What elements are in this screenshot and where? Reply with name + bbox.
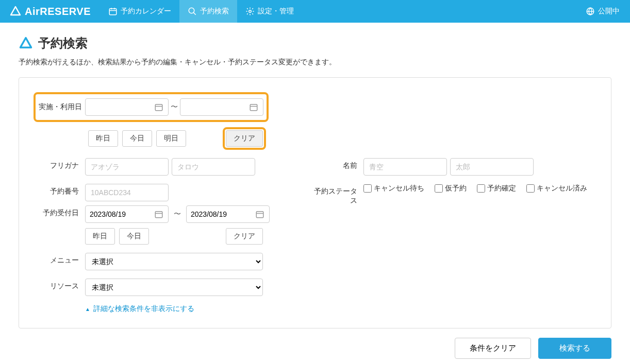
row-resource: リソース 未選択 [34,279,596,296]
nav-search[interactable]: 予約検索 [179,0,237,23]
use-date-from-input[interactable] [90,103,146,111]
svg-point-4 [189,8,194,13]
row-name: 名前 [312,158,596,176]
page-description: 予約検索が行えるほか、検索結果から予約の編集・キャンセル・予約ステータス変更がで… [19,58,611,67]
nav-settings[interactable]: 設定・管理 [237,0,302,23]
svg-rect-0 [109,9,117,15]
row-receipt-date: 予約受付日 〜 昨日 今日 [34,205,596,245]
row-use-date: 実施・利用日 〜 昨日 今日 [34,92,596,150]
menu-select[interactable]: 未選択 [85,253,263,270]
calendar-icon [154,102,164,112]
range-separator: 〜 [169,102,180,112]
receipt-today-button[interactable]: 今日 [119,228,149,245]
receipt-date-to[interactable] [186,205,270,223]
use-date-yesterday-button[interactable]: 昨日 [88,130,118,147]
use-date-tomorrow-button[interactable]: 明日 [156,130,186,147]
search-button[interactable]: 検索する [538,338,611,359]
use-date-clear-button[interactable]: クリア [226,130,263,147]
advanced-toggle-link[interactable]: 詳細な検索条件を非表示にする [85,304,194,314]
search-icon [188,7,197,16]
calendar-icon [108,7,118,16]
furigana-label: フリガナ [34,158,85,170]
use-date-from[interactable] [85,98,169,116]
receipt-date-from-input[interactable] [90,210,146,218]
main-nav: 予約カレンダー 予約検索 設定・管理 [100,0,302,23]
page-title: 予約検索 [19,35,611,51]
name-last-input[interactable] [363,158,447,176]
svg-line-5 [193,12,196,15]
use-date-clear-highlight: クリア [223,127,266,150]
use-date-highlight: 実施・利用日 〜 [34,92,269,122]
calendar-icon [154,210,164,219]
status-label: 予約ステータス [312,184,363,205]
search-panel: 実施・利用日 〜 昨日 今日 [19,77,611,328]
svg-rect-8 [155,105,162,111]
nav-calendar[interactable]: 予約カレンダー [100,0,179,23]
status-cancelled-checkbox[interactable]: キャンセル済み [526,184,587,193]
receipt-clear-button[interactable]: クリア [226,228,263,245]
calendar-icon [255,210,265,219]
furigana-first-input[interactable] [172,158,255,176]
svg-rect-14 [256,212,263,218]
receipt-yesterday-button[interactable]: 昨日 [85,228,115,245]
number-label: 予約番号 [34,184,85,196]
globe-icon [586,7,595,16]
svg-rect-10 [250,105,257,111]
use-date-label: 実施・利用日 [38,102,85,112]
app-header: AirRESERVE 予約カレンダー 予約検索 設定・管理 公開中 [0,0,630,23]
calendar-icon [248,102,259,112]
status-confirmed-checkbox[interactable]: 予約確定 [477,184,516,193]
use-date-to-input[interactable] [185,103,241,111]
logo-icon [19,36,33,50]
footer-buttons: 条件をクリア 検索する [19,338,611,359]
svg-point-6 [249,10,252,13]
publish-status[interactable]: 公開中 [575,7,630,16]
menu-label: メニュー [34,253,85,265]
status-provisional-checkbox[interactable]: 仮予約 [435,184,467,193]
row-toggle: 詳細な検索条件を非表示にする [34,304,596,314]
furigana-last-input[interactable] [85,158,169,176]
logo-icon [9,5,22,18]
gear-icon [245,7,255,16]
status-wait-checkbox[interactable]: キャンセル待ち [363,184,424,193]
use-date-to[interactable] [180,98,263,116]
svg-rect-12 [155,212,162,218]
resource-select[interactable]: 未選択 [85,279,263,296]
row-number: 予約番号 [34,184,312,201]
clear-conditions-button[interactable]: 条件をクリア [455,338,531,359]
logo-text: AirRESERVE [25,6,91,18]
use-date-today-button[interactable]: 今日 [122,130,152,147]
row-menu: メニュー 未選択 [34,253,596,270]
resource-label: リソース [34,279,85,291]
logo: AirRESERVE [0,5,100,18]
row-furigana: フリガナ [34,158,312,176]
name-first-input[interactable] [450,158,534,176]
receipt-date-from[interactable] [85,205,169,223]
receipt-date-to-input[interactable] [191,210,247,218]
row-status: 予約ステータス キャンセル待ち 仮予約 予約確定 キャンセル済み [312,184,596,205]
range-separator: 〜 [172,210,183,219]
name-label: 名前 [312,158,363,170]
page-body: 予約検索 予約検索が行えるほか、検索結果から予約の編集・キャンセル・予約ステータ… [0,23,630,364]
receipt-date-label: 予約受付日 [34,205,85,218]
number-input[interactable] [85,184,169,201]
